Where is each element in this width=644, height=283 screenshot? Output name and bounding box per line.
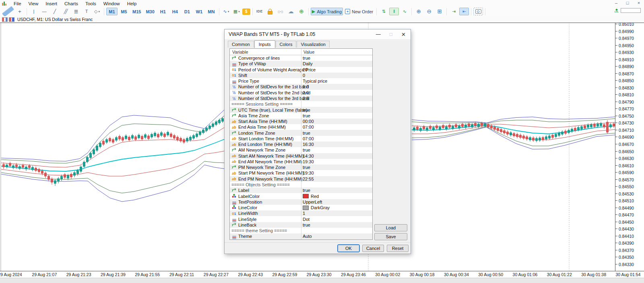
variable-value[interactable]: 1 [303, 211, 305, 216]
minimize-window-button[interactable]: – [613, 0, 619, 5]
cursor-tool-button[interactable] [2, 6, 14, 17]
tile-windows-button[interactable]: ⊞ [435, 8, 444, 15]
variable-value[interactable]: Dot [303, 217, 310, 222]
price-axis-label: 0.84870 [615, 71, 634, 76]
menu-charts[interactable]: Charts [61, 1, 82, 6]
crosshair-tool-button[interactable]: + [15, 8, 25, 15]
menu-file[interactable]: File [10, 1, 25, 6]
candle-chart-mini-icon[interactable] [9, 17, 14, 22]
variable-value[interactable]: 2.5 [303, 96, 309, 101]
timeframe-m5-button[interactable]: M5 [118, 8, 130, 15]
variable-value[interactable]: 1.0 [303, 84, 309, 89]
shift-end-button[interactable]: ⇥ [449, 8, 458, 15]
lock-icon[interactable] [265, 8, 275, 15]
indicators-button[interactable]: ▦▾ [232, 8, 242, 15]
bar-chart-mini-icon[interactable] [2, 17, 8, 22]
variable-value[interactable]: true [303, 223, 310, 227]
tab-colors[interactable]: Colors [276, 41, 297, 48]
variable-value[interactable]: Red [303, 194, 319, 199]
variable-value[interactable]: 14:30 [303, 154, 314, 158]
dialog-maximize-button[interactable]: □ [390, 31, 392, 37]
ok-button[interactable]: OK [338, 245, 359, 252]
time-axis-label: 30 Aug 00:18 [410, 272, 435, 277]
variable-value[interactable]: true [303, 188, 310, 193]
line-chart-button[interactable]: ∿ [400, 8, 409, 15]
chart-type-button[interactable]: ∿▾ [221, 8, 231, 15]
timeframe-m30-button[interactable]: M30 [144, 8, 156, 15]
dialog-title-bar[interactable]: VWAP Bands STV MT5 - By TFLab 1.05 — □ ✕ [225, 29, 411, 39]
timeframe-h1-button[interactable]: H1 [157, 8, 169, 15]
tab-common[interactable]: Common [228, 41, 254, 48]
variable-value[interactable]: 0 [303, 73, 305, 78]
variable-value[interactable]: true [303, 165, 310, 170]
variable-value[interactable]: true [303, 131, 310, 135]
inputs-table[interactable]: Variable Value Convergence of linestrueT… [229, 48, 373, 240]
close-window-button[interactable]: × [636, 0, 642, 5]
menu-tools[interactable]: Tools [82, 1, 100, 6]
channel-tool-button[interactable]: ╱╱ [60, 8, 70, 15]
price-axis-label: 0.84370 [615, 248, 634, 253]
variable-value[interactable]: 00:00 [303, 119, 314, 124]
horizontal-line-tool-button[interactable]: — [39, 8, 49, 15]
cloud-icon[interactable]: ☁ [286, 8, 296, 15]
variable-value[interactable]: true [303, 108, 310, 112]
ide-button[interactable]: IDE [255, 8, 264, 15]
timeframe-mn-button[interactable]: MN [206, 8, 217, 15]
variable-value[interactable]: DarkGray [303, 205, 330, 210]
trendline-tool-button[interactable]: ╱ [50, 8, 60, 15]
signal-icon[interactable]: ((•)) [276, 8, 285, 15]
variable-value[interactable]: Auto [303, 234, 312, 239]
variable-value[interactable]: 22:55 [303, 177, 314, 181]
variable-label: London Time Zone [238, 131, 275, 135]
variable-value[interactable]: 07:00 [303, 136, 314, 141]
save-button[interactable]: Save [374, 233, 407, 240]
new-order-button[interactable]: +New Order [344, 8, 374, 15]
variable-value[interactable]: Daily [303, 61, 312, 66]
variable-value[interactable]: true [303, 113, 310, 118]
menu-window[interactable]: Window [100, 1, 124, 6]
zoom-out-button[interactable]: ⊖ [424, 8, 434, 15]
timeframe-m15-button[interactable]: M15 [130, 8, 143, 15]
dialog-close-button[interactable]: ✕ [401, 31, 406, 37]
variable-value[interactable]: 2.0 [303, 90, 309, 95]
reset-button[interactable]: Reset [387, 245, 409, 252]
variable-value[interactable]: 20 [303, 67, 308, 72]
price-axis[interactable]: 0.850100.849900.849700.849500.849300.849… [615, 23, 644, 271]
timeframe-h4-button[interactable]: H4 [169, 8, 181, 15]
str-type-icon: ab [231, 125, 238, 130]
tick-chart-button[interactable]: ⇅ [379, 8, 388, 15]
cancel-button[interactable]: Cancel [362, 245, 384, 252]
menu-help[interactable]: Help [124, 1, 140, 6]
bar-chart-button[interactable]: ‖ [389, 8, 399, 15]
variable-value[interactable]: 16:30 [303, 142, 314, 147]
auto-scroll-button[interactable]: ⇤ [459, 8, 469, 15]
dialog-minimize-button[interactable]: — [376, 31, 381, 37]
timeframe-m1-button[interactable]: M1 [106, 8, 118, 15]
timeframe-w1-button[interactable]: W1 [194, 8, 205, 15]
community-icon[interactable]: ⊕ [297, 8, 306, 15]
tab-inputs[interactable]: Inputs [254, 40, 275, 48]
time-axis[interactable]: 29 Aug 202429 Aug 21:0729 Aug 21:2329 Au… [0, 271, 644, 278]
variable-value[interactable]: true [303, 148, 310, 152]
lines-tool-button[interactable]: ≣ [71, 8, 81, 15]
variable-value[interactable]: UpperLeft [303, 200, 322, 204]
variable-value[interactable]: 07:00 [303, 125, 314, 129]
zoom-in-button[interactable]: ⊕ [414, 8, 423, 15]
time-axis-label: 30 Aug 00:34 [444, 272, 469, 277]
timeframe-d1-button[interactable]: D1 [182, 8, 193, 15]
vertical-line-tool-button[interactable]: | [29, 8, 39, 15]
restore-window-button[interactable]: □ [625, 0, 630, 5]
load-button[interactable]: Load [374, 224, 407, 231]
menu-view[interactable]: View [25, 1, 42, 6]
variable-value[interactable]: 19:30 [303, 159, 314, 164]
algo-trading-button[interactable]: ▶Algo Trading [311, 8, 343, 15]
text-tool-button[interactable]: T [82, 8, 91, 15]
camera-button[interactable] [473, 8, 483, 15]
menu-insert[interactable]: Insert [42, 1, 61, 6]
variable-value[interactable]: Typical price [303, 79, 327, 83]
variable-value[interactable]: 19:30 [303, 171, 314, 175]
dollar-icon[interactable]: $ [242, 8, 250, 15]
shapes-tool-button[interactable]: ◇▾ [92, 8, 102, 15]
variable-value[interactable]: true [303, 56, 310, 60]
tab-visualization[interactable]: Visualization [297, 41, 330, 48]
